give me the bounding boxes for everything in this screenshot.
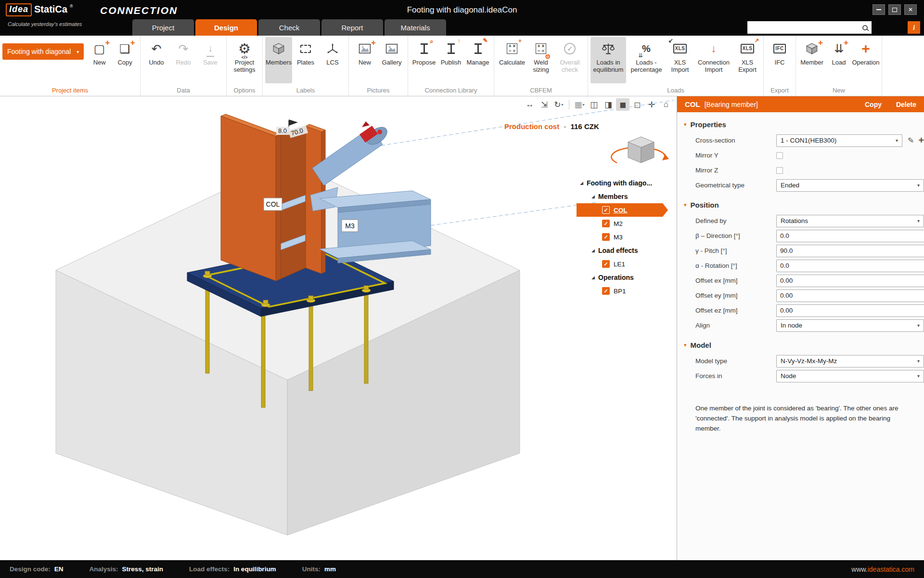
- defined-by-dropdown[interactable]: Rotations: [776, 215, 924, 227]
- checkbox-checked-icon[interactable]: [602, 233, 610, 241]
- checkbox-checked-icon[interactable]: [602, 220, 610, 227]
- search-box[interactable]: [747, 21, 872, 34]
- measure-icon[interactable]: [523, 98, 537, 111]
- model-type-dropdown[interactable]: N-Vy-Vz-Mx-My-Mz: [776, 355, 924, 368]
- manage-button[interactable]: ✎ Manage: [464, 37, 491, 83]
- section-position-header[interactable]: Position: [677, 201, 924, 209]
- project-settings-button[interactable]: </> Project settings: [229, 37, 260, 83]
- checkbox-checked-icon[interactable]: [602, 206, 610, 214]
- loads-in-equilibrium-button[interactable]: Loads in equilibrium: [590, 37, 626, 83]
- project-item-copy-button[interactable]: Copy: [112, 37, 138, 83]
- view-transparent-icon[interactable]: [630, 98, 644, 111]
- checkbox-checked-icon[interactable]: [602, 260, 610, 268]
- expander-icon[interactable]: [591, 194, 598, 199]
- mirror-y-checkbox[interactable]: [776, 152, 783, 159]
- tree-group-load-effects[interactable]: Load effects: [577, 244, 677, 257]
- svg-text:M3: M3: [345, 222, 355, 230]
- beta-direction-input[interactable]: [776, 230, 924, 242]
- cross-section-dropdown[interactable]: 1 - CON1(HEB300): [776, 134, 902, 147]
- gallery-icon: [385, 40, 398, 57]
- save-button[interactable]: Save: [197, 37, 224, 83]
- home-view-icon[interactable]: [659, 98, 673, 111]
- column-member-col[interactable]: [221, 114, 325, 281]
- picture-new-button[interactable]: New: [351, 37, 378, 83]
- labels-members-button[interactable]: Members: [265, 37, 292, 83]
- new-operation-button[interactable]: Operation: [852, 37, 879, 83]
- calculate-button[interactable]: + Calculate: [497, 37, 527, 83]
- weld-sizing-button[interactable]: ⚙ Weld sizing: [527, 37, 554, 83]
- tree-item-col[interactable]: COL: [577, 203, 668, 217]
- loads-percentage-button[interactable]: ⇊ Loads - percentage: [626, 37, 667, 83]
- tree-root[interactable]: Footing with diago...: [577, 176, 677, 190]
- offset-ex-input[interactable]: [776, 275, 924, 287]
- tree-item-m3[interactable]: M3: [577, 230, 677, 244]
- picture-gallery-button[interactable]: Gallery: [378, 37, 405, 83]
- project-item-dropdown[interactable]: Footing with diagonal: [2, 43, 84, 60]
- chevron-down-icon: [583, 103, 585, 107]
- copy-member-button[interactable]: Copy: [865, 101, 882, 108]
- add-cross-section-icon[interactable]: [918, 135, 924, 146]
- tab-materials[interactable]: Materials: [385, 19, 446, 36]
- expander-icon[interactable]: [580, 181, 587, 185]
- member-label-col[interactable]: COL: [264, 198, 282, 210]
- overall-check-button[interactable]: Overall check: [554, 37, 585, 83]
- forces-in-dropdown[interactable]: Node: [776, 370, 924, 382]
- offset-ez-input[interactable]: [776, 304, 924, 317]
- tab-project[interactable]: Project: [132, 19, 194, 36]
- ifc-export-button[interactable]: IFC IFC: [766, 37, 793, 83]
- publish-button[interactable]: ↑ Publish: [437, 37, 464, 83]
- labels-plates-button[interactable]: Plates: [292, 37, 319, 83]
- tree-group-operations[interactable]: Operations: [577, 271, 677, 284]
- expander-icon[interactable]: [591, 248, 598, 253]
- tab-check[interactable]: Check: [258, 19, 320, 36]
- mirror-z-checkbox[interactable]: [776, 167, 783, 174]
- zoom-fit-icon[interactable]: [538, 98, 551, 111]
- gamma-pitch-input[interactable]: [776, 245, 924, 257]
- rotate-view-icon[interactable]: [552, 98, 565, 111]
- xls-export-button[interactable]: XLS↗ XLS Export: [734, 37, 761, 83]
- project-item-new-button[interactable]: New: [87, 37, 112, 83]
- member-label-m3[interactable]: M3: [342, 220, 358, 232]
- website-link[interactable]: www.ideastatica.com: [851, 565, 914, 573]
- alpha-rotation-input[interactable]: [776, 260, 924, 272]
- section-crop-icon[interactable]: [573, 98, 586, 111]
- tab-design[interactable]: Design: [195, 19, 257, 36]
- view-solid-icon[interactable]: [602, 98, 615, 111]
- search-icon[interactable]: [862, 25, 868, 30]
- section-properties-header[interactable]: Properties: [677, 120, 924, 129]
- geometrical-type-dropdown[interactable]: Ended: [776, 179, 924, 192]
- info-button[interactable]: i: [908, 21, 920, 34]
- minimize-button[interactable]: [873, 4, 885, 15]
- tree-item-m2[interactable]: M2: [577, 217, 677, 230]
- delete-member-button[interactable]: Delete: [896, 101, 916, 108]
- maximize-button[interactable]: [888, 4, 901, 15]
- new-load-button[interactable]: Load: [825, 37, 852, 83]
- propose-button[interactable]: ⌕ Propose: [411, 37, 437, 83]
- tree-group-members[interactable]: Members: [577, 190, 677, 203]
- align-dropdown[interactable]: In node: [776, 319, 924, 332]
- tab-report[interactable]: Report: [321, 19, 383, 36]
- redo-button[interactable]: Redo: [170, 37, 197, 83]
- view-wireframe-icon[interactable]: [587, 98, 601, 111]
- pan-icon[interactable]: [645, 98, 658, 111]
- close-button[interactable]: [904, 4, 917, 15]
- view-rotate-widget[interactable]: [611, 137, 669, 163]
- labels-lcs-button[interactable]: LCS: [319, 37, 346, 83]
- undo-button[interactable]: Undo: [143, 37, 170, 83]
- checkbox-checked-icon[interactable]: [602, 287, 610, 295]
- save-icon: [206, 40, 214, 57]
- tree-item-bp1[interactable]: BP1: [577, 284, 677, 298]
- view-shaded-icon[interactable]: [616, 98, 629, 111]
- 3d-scene-canvas[interactable]: 8.0 70.0 COL M3: [0, 96, 677, 560]
- search-input[interactable]: [750, 21, 862, 34]
- expander-icon[interactable]: [591, 275, 598, 280]
- xls-import-button[interactable]: XLS↙ XLS Import: [667, 37, 693, 83]
- section-model-header[interactable]: Model: [677, 341, 924, 349]
- connection-import-button[interactable]: ↓ Connection Import: [693, 37, 734, 83]
- new-file-icon: [94, 40, 105, 57]
- 3d-viewport[interactable]: 8.0 70.0 COL M3: [0, 96, 677, 560]
- new-member-button[interactable]: Member: [798, 37, 825, 83]
- offset-ey-input[interactable]: [776, 289, 924, 302]
- edit-pencil-icon[interactable]: [908, 136, 914, 145]
- tree-item-le1[interactable]: LE1: [577, 257, 677, 271]
